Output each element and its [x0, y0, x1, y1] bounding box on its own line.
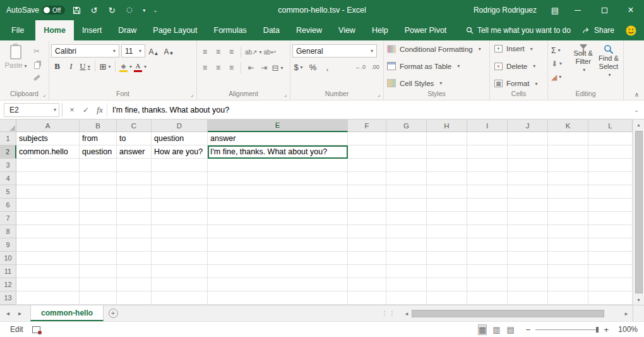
insert-cells-button[interactable]: +Insert	[494, 45, 544, 52]
tab-review[interactable]: Review	[288, 20, 330, 40]
cell-J9[interactable]	[508, 238, 548, 252]
next-sheet-icon[interactable]: ▸	[18, 310, 21, 317]
cell-H6[interactable]	[427, 199, 467, 212]
cell-I9[interactable]	[467, 238, 508, 252]
column-header-H[interactable]: H	[427, 119, 467, 132]
cell-F8[interactable]	[348, 225, 386, 238]
comma-style-icon[interactable]: ,	[321, 61, 333, 73]
cell-K4[interactable]	[548, 172, 588, 185]
cell-B3[interactable]	[80, 159, 117, 172]
cell-A9[interactable]	[16, 238, 80, 252]
cell-K1[interactable]	[548, 132, 588, 145]
ribbon-display-options-icon[interactable]: ▤	[546, 0, 564, 20]
cell-I12[interactable]	[467, 278, 508, 291]
cell-I11[interactable]	[467, 265, 508, 278]
cell-I7[interactable]	[467, 212, 508, 225]
cell-I2[interactable]	[467, 145, 508, 159]
cell-H9[interactable]	[427, 238, 467, 252]
cell-B4[interactable]	[80, 172, 117, 185]
cell-C2[interactable]: answer	[117, 145, 152, 159]
prev-sheet-icon[interactable]: ◂	[6, 310, 9, 317]
cell-C8[interactable]	[117, 225, 152, 238]
cell-J13[interactable]	[508, 291, 548, 305]
cell-L11[interactable]	[588, 265, 633, 278]
column-header-G[interactable]: G	[386, 119, 427, 132]
cell-F2[interactable]	[348, 145, 386, 159]
column-header-D[interactable]: D	[152, 119, 208, 132]
cell-H2[interactable]	[427, 145, 467, 159]
cell-H1[interactable]	[427, 132, 467, 145]
tab-file[interactable]: File	[0, 20, 35, 40]
cell-A5[interactable]	[16, 185, 80, 199]
horizontal-scroll-thumb[interactable]	[412, 310, 604, 317]
tab-draw[interactable]: Draw	[110, 20, 145, 40]
horizontal-scrollbar[interactable]: ◂ ▸	[400, 305, 633, 321]
cell-H12[interactable]	[427, 278, 467, 291]
column-header-A[interactable]: A	[16, 119, 80, 132]
cell-A1[interactable]: subjects	[16, 132, 80, 145]
cell-F11[interactable]	[348, 265, 386, 278]
cell-J5[interactable]	[508, 185, 548, 199]
cell-C12[interactable]	[117, 278, 152, 291]
customize-qat-icon[interactable]: ⌄	[152, 4, 158, 16]
cell-F13[interactable]	[348, 291, 386, 305]
cell-I1[interactable]	[467, 132, 508, 145]
cell-G3[interactable]	[386, 159, 427, 172]
decrease-decimal-icon[interactable]: .00	[369, 61, 381, 73]
font-dialog-launcher-icon[interactable]: ⌟	[191, 90, 193, 99]
cell-I13[interactable]	[467, 291, 508, 305]
copy-icon[interactable]	[30, 59, 44, 70]
cell-D7[interactable]	[152, 212, 208, 225]
cell-L5[interactable]	[588, 185, 633, 199]
undo-icon[interactable]: ↺	[88, 4, 100, 16]
cell-J3[interactable]	[508, 159, 548, 172]
cell-H10[interactable]	[427, 252, 467, 265]
cell-F12[interactable]	[348, 278, 386, 291]
tab-help[interactable]: Help	[364, 20, 397, 40]
cell-C9[interactable]	[117, 238, 152, 252]
cell-L13[interactable]	[588, 291, 633, 305]
cell-K10[interactable]	[548, 252, 588, 265]
cell-styles-button[interactable]: Cell Styles	[387, 79, 486, 87]
cancel-icon[interactable]: ×	[65, 103, 79, 117]
cell-D1[interactable]: question	[152, 132, 208, 145]
cell-H5[interactable]	[427, 185, 467, 199]
conditional-formatting-button[interactable]: Conditional Formatting	[387, 45, 486, 53]
increase-indent-icon[interactable]: ⇥	[258, 63, 270, 72]
increase-font-icon[interactable]: A▲	[147, 45, 160, 58]
sort-filter-button[interactable]: Sort & Filter	[571, 42, 596, 89]
sheet-tab-common-hello[interactable]: common-hello	[30, 305, 104, 321]
align-left-icon[interactable]: ≡	[199, 63, 210, 72]
page-break-view-icon[interactable]: ▤	[507, 325, 515, 334]
cell-B9[interactable]	[80, 238, 117, 252]
tab-insert[interactable]: Insert	[74, 20, 110, 40]
row-header-8[interactable]: 8	[0, 225, 16, 238]
cell-K7[interactable]	[548, 212, 588, 225]
increase-decimal-icon[interactable]: ←.0	[354, 61, 367, 73]
tab-power-pivot[interactable]: Power Pivot	[397, 20, 455, 40]
fill-button[interactable]: ⬇	[550, 58, 571, 70]
cell-I8[interactable]	[467, 225, 508, 238]
cell-E13[interactable]	[208, 291, 348, 305]
cell-L1[interactable]	[588, 132, 633, 145]
cell-H8[interactable]	[427, 225, 467, 238]
column-header-E[interactable]: E	[208, 119, 348, 132]
tab-splitter-icon[interactable]: ⋮⋮	[378, 305, 400, 321]
zoom-level[interactable]: 100%	[615, 325, 638, 334]
expand-formula-bar-icon[interactable]: ⌄	[630, 107, 643, 113]
cell-J1[interactable]	[508, 132, 548, 145]
cell-C4[interactable]	[117, 172, 152, 185]
underline-button[interactable]: U	[79, 60, 91, 73]
bold-button[interactable]: B	[51, 60, 63, 73]
row-header-5[interactable]: 5	[0, 185, 16, 199]
cell-A10[interactable]	[16, 252, 80, 265]
row-header-3[interactable]: 3	[0, 159, 16, 172]
redo-icon[interactable]: ↻	[105, 4, 118, 16]
cell-E6[interactable]	[208, 199, 348, 212]
format-painter-icon[interactable]	[30, 72, 44, 83]
scroll-left-icon[interactable]: ◂	[402, 310, 412, 317]
clipboard-dialog-launcher-icon[interactable]: ⌟	[43, 90, 45, 99]
cell-B6[interactable]	[80, 199, 117, 212]
column-header-F[interactable]: F	[348, 119, 386, 132]
cell-E9[interactable]	[208, 238, 348, 252]
